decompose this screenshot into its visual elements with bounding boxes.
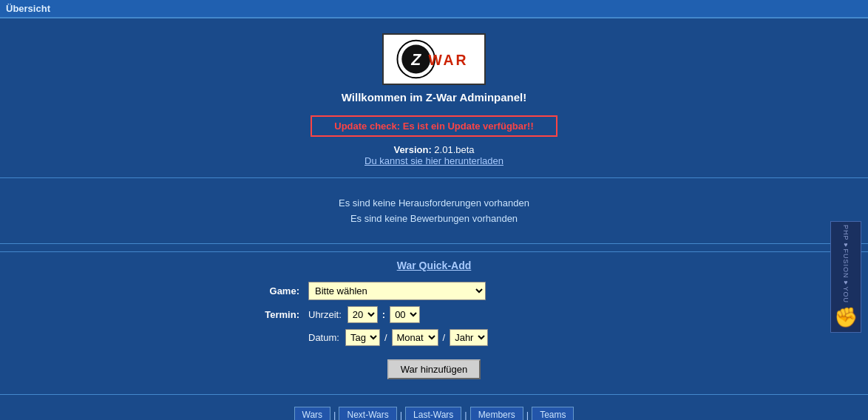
logo-section: Z WAR Willkommen im Z-War Adminpanel! [342,18,526,115]
main-wrapper: Z WAR Willkommen im Z-War Adminpanel! Up… [0,18,868,420]
no-applications-text: Es sind keine Bewerbungen vorhanden [0,213,868,224]
game-label: Game: [249,285,308,297]
jahr-select[interactable]: Jahr [450,329,488,346]
divider-1 [0,177,868,178]
game-row: Game: Bitte wählen [249,282,619,300]
game-controls: Bitte wählen [308,282,486,300]
side-text: php♥fusion♥you [842,225,850,303]
nav-section: Wars | Next-Wars | Last-Wars | Members |… [0,395,868,420]
side-badge: php♥fusion♥you ✊ [830,221,861,333]
version-section: Version: 2.01.beta Du kannst sie hier he… [365,144,503,166]
nav-sep-1: | [330,410,339,421]
tag-select[interactable]: Tag [345,329,380,346]
top-bar: Übersicht [0,0,868,18]
add-war-button[interactable]: War hinzufügen [387,359,481,379]
war-quickadd-section: War Quick-Add Game: Bitte wählen Termin:… [0,251,868,395]
logo-image: Z WAR [384,37,484,81]
version-value: 2.01.beta [434,144,474,155]
termin-controls: Uhrzeit: 20 : 00 [308,306,420,323]
nav-btn-teams[interactable]: Teams [532,407,574,420]
logo-box: Z WAR [382,33,486,85]
version-label: Version: [393,144,431,155]
nav-row-1: Wars | Next-Wars | Last-Wars | Members |… [294,407,574,420]
download-text[interactable]: Du kannst sie hier herunterladen [365,155,503,166]
war-quickadd-title: War Quick-Add [397,260,472,271]
termin-label: Termin: [249,309,308,320]
welcome-text: Willkommen im Z-War Adminpanel! [342,91,526,104]
update-alert-text: Update check: Es ist ein Update verfügba… [334,121,533,132]
info-section: Es sind keine Herausforderungen vorhande… [0,186,868,236]
colon: : [381,309,387,320]
svg-text:Z: Z [410,51,421,69]
nav-sep-4: | [523,410,532,421]
nav-btn-wars[interactable]: Wars [294,407,331,420]
side-decoration: php♥fusion♥you ✊ [824,74,868,333]
game-select[interactable]: Bitte wählen [308,282,486,300]
nav-btn-last-wars[interactable]: Last-Wars [405,407,461,420]
termin-row: Termin: Uhrzeit: 20 : 00 [249,306,619,323]
nav-sep-3: | [461,410,469,421]
no-challenges-text: Es sind keine Herausforderungen vorhande… [0,197,868,209]
slash-2: / [441,332,447,343]
nav-btn-next-wars[interactable]: Next-Wars [339,407,396,420]
uhrzeit-label: Uhrzeit: [308,309,342,320]
update-alert: Update check: Es ist ein Update verfügba… [311,115,557,137]
minute-select[interactable]: 00 [390,306,420,323]
nav-btn-members[interactable]: Members [470,407,523,420]
hour-select[interactable]: 20 [347,306,378,323]
svg-text:WAR: WAR [428,52,468,68]
slash-1: / [383,332,389,343]
nav-sep-2: | [397,410,405,421]
monat-select[interactable]: Monat [392,329,438,346]
datum-label: Datum: [308,332,339,343]
divider-2 [0,243,868,244]
top-bar-title: Übersicht [6,3,50,14]
fist-icon: ✊ [834,306,858,329]
datum-row: Datum: Tag / Monat / Jahr [249,329,619,346]
datum-controls: Datum: Tag / Monat / Jahr [308,329,488,346]
